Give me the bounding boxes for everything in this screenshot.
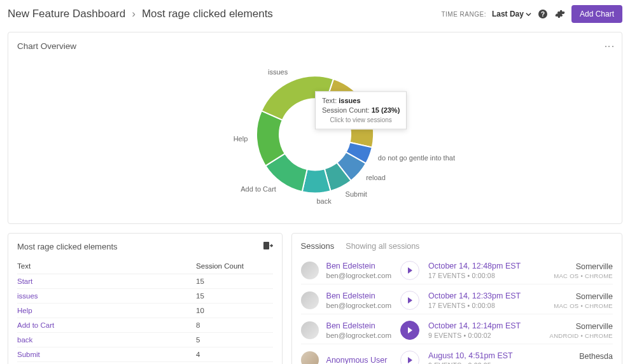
chart-card-title: Chart Overview	[17, 41, 613, 51]
session-date[interactable]: October 14, 12:14pm EST	[428, 321, 543, 330]
session-env: MAC OS • CHROME	[543, 362, 613, 365]
table-cell-text[interactable]: reload	[17, 362, 196, 365]
page-title: Most rage clicked elements	[142, 8, 273, 20]
svg-rect-2	[263, 242, 269, 249]
play-button[interactable]	[400, 291, 419, 310]
table-col-text: Text	[17, 258, 196, 274]
session-user-name[interactable]: Ben Edelstein	[326, 291, 391, 300]
add-chart-button[interactable]: Add Chart	[571, 5, 622, 23]
svg-text:?: ?	[541, 11, 545, 18]
session-row: Anonymous UserAugust 10, 4:51pm EST9 EVE…	[301, 347, 613, 364]
play-button[interactable]	[400, 261, 419, 280]
table-title: Most rage clicked elements	[17, 242, 118, 251]
chart-slice-label: reload	[366, 174, 386, 182]
table-cell-text[interactable]: issues	[17, 289, 196, 304]
session-env: MAC OS • CHROME	[543, 272, 613, 279]
session-location: Somerville	[543, 322, 613, 331]
table-cell-count: 5	[196, 333, 272, 347]
chart-menu-icon[interactable]: ⋮	[605, 41, 613, 51]
table-cell-count: 4	[196, 362, 272, 365]
table-cell-text[interactable]: Submit	[17, 347, 196, 362]
session-row: Ben Edelsteinben@logrocket.comOctober 14…	[301, 257, 613, 284]
session-location: Somerville	[543, 262, 613, 271]
chevron-down-icon	[526, 11, 531, 17]
table-cell-text[interactable]: Help	[17, 304, 196, 318]
breadcrumb-separator: ›	[132, 8, 136, 20]
table-cell-text[interactable]: Add to Cart	[17, 318, 196, 333]
table-cell-count: 15	[196, 274, 272, 289]
chart-slice-label: Help	[234, 135, 248, 143]
session-user-email: ben@logrocket.com	[326, 332, 391, 339]
session-date[interactable]: October 14, 12:48pm EST	[428, 262, 543, 270]
table-row: back5	[17, 333, 273, 347]
session-user-name[interactable]: Ben Edelstein	[326, 262, 391, 270]
session-env: MAC OS • CHROME	[543, 302, 613, 309]
table-row: issues15	[17, 289, 273, 304]
avatar	[301, 262, 319, 279]
session-meta: 9 EVENTS • 0:00:05	[428, 361, 543, 364]
session-user-email: ben@logrocket.com	[326, 302, 391, 309]
rage-clicked-table-card: Most rage clicked elements Text Session …	[8, 233, 283, 364]
avatar	[301, 321, 319, 339]
session-row: Ben Edelsteinben@logrocket.comOctober 14…	[301, 287, 613, 314]
table-cell-count: 10	[196, 304, 272, 318]
play-button[interactable]	[400, 351, 419, 364]
chart-slice-label: do not go gentle into that	[378, 155, 455, 162]
session-user-name[interactable]: Ben Edelstein	[326, 321, 391, 330]
header: New Feature Dashboard › Most rage clicke…	[8, 3, 622, 25]
table-row: reload4	[17, 362, 273, 365]
chart-tooltip: Text: issues Session Count: 15 (23%) Cli…	[315, 91, 407, 129]
avatar	[301, 291, 319, 309]
table-row: Add to Cart8	[17, 318, 273, 333]
gear-icon[interactable]	[554, 8, 566, 20]
time-range-select[interactable]: Last Day	[492, 10, 531, 18]
time-range-label: TIME RANGE:	[441, 11, 486, 18]
session-row: Ben Edelsteinben@logrocket.comOctober 14…	[301, 317, 613, 344]
table-row: Submit4	[17, 347, 273, 362]
table-col-count: Session Count	[196, 258, 272, 274]
breadcrumb-parent[interactable]: New Feature Dashboard	[8, 8, 125, 20]
session-user-email: ben@logrocket.com	[326, 272, 391, 279]
table-row: Start15	[17, 274, 273, 289]
help-icon[interactable]: ?	[537, 8, 549, 20]
session-meta: 17 EVENTS • 0:00:08	[428, 302, 543, 309]
sessions-card: Sessions Showing all sessions Ben Edelst…	[291, 233, 622, 364]
session-user-name[interactable]: Anonymous User	[326, 356, 391, 364]
chart-slice-label: Add to Cart	[241, 185, 276, 193]
session-location: Bethesda	[543, 352, 613, 361]
avatar	[301, 351, 319, 364]
sessions-title: Sessions	[301, 241, 335, 251]
table-cell-count: 15	[196, 289, 272, 304]
table-cell-count: 8	[196, 318, 272, 333]
export-icon[interactable]	[263, 241, 273, 252]
chart-overview-card: Chart Overview ⋮ Startdo not go gentle i…	[8, 32, 622, 224]
breadcrumb: New Feature Dashboard › Most rage clicke…	[8, 8, 273, 20]
session-date[interactable]: October 14, 12:33pm EST	[428, 291, 543, 300]
session-location: Somerville	[543, 292, 613, 301]
session-meta: 17 EVENTS • 0:00:08	[428, 272, 543, 279]
play-button[interactable]	[400, 321, 419, 340]
chart-slice-label: back	[317, 197, 332, 205]
table-cell-count: 4	[196, 347, 272, 362]
rage-clicked-table: Text Session Count Start15issues15Help10…	[17, 258, 273, 364]
table-cell-text[interactable]: Start	[17, 274, 196, 289]
session-env: ANDROID • CHROME	[543, 332, 613, 339]
session-date[interactable]: August 10, 4:51pm EST	[428, 351, 543, 360]
table-row: Help10	[17, 304, 273, 318]
chart-slice-label: Submit	[346, 190, 367, 198]
chart-slice-label: issues	[268, 68, 288, 76]
donut-chart[interactable]: Startdo not go gentle into thatreloadSub…	[220, 52, 410, 217]
table-cell-text[interactable]: back	[17, 333, 196, 347]
session-meta: 9 EVENTS • 0:00:02	[428, 332, 543, 339]
sessions-subtitle: Showing all sessions	[346, 242, 419, 251]
